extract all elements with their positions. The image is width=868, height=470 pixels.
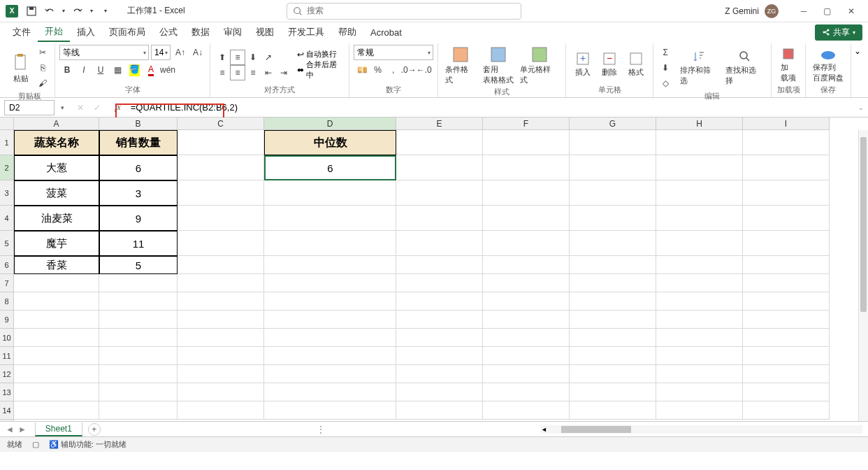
row-header-3[interactable]: 3 bbox=[0, 180, 13, 206]
col-header-C[interactable]: C bbox=[178, 118, 264, 129]
tab-layout[interactable]: 页面布局 bbox=[102, 22, 152, 42]
cell[interactable] bbox=[743, 231, 830, 256]
cell[interactable] bbox=[396, 155, 483, 180]
cancel-formula-icon[interactable]: ✕ bbox=[73, 100, 88, 115]
save-icon[interactable] bbox=[24, 3, 39, 19]
tab-file[interactable]: 文件 bbox=[6, 22, 38, 42]
cell-B2[interactable]: 6 bbox=[99, 155, 178, 180]
cell-B1[interactable]: 销售数量 bbox=[99, 130, 178, 155]
format-cells-button[interactable]: 格式 bbox=[623, 50, 649, 79]
cell[interactable] bbox=[656, 329, 743, 347]
cell[interactable] bbox=[483, 256, 570, 274]
maximize-icon[interactable]: ▢ bbox=[816, 3, 839, 20]
cell[interactable] bbox=[483, 401, 570, 420]
cell[interactable] bbox=[178, 311, 264, 329]
fill-icon[interactable]: ⬇ bbox=[658, 60, 673, 76]
cell[interactable] bbox=[570, 206, 656, 231]
sheet-tab[interactable]: Sheet1 bbox=[35, 422, 82, 436]
cell-B3[interactable]: 3 bbox=[99, 180, 178, 206]
shrink-font-icon[interactable]: A↓ bbox=[190, 45, 205, 60]
cell[interactable] bbox=[483, 231, 570, 256]
inc-decimal-icon[interactable]: .0→ bbox=[401, 62, 417, 78]
cell[interactable] bbox=[178, 274, 264, 292]
cell[interactable] bbox=[264, 311, 396, 329]
cell[interactable] bbox=[656, 274, 743, 292]
cell[interactable] bbox=[396, 383, 483, 401]
cell[interactable] bbox=[178, 383, 264, 401]
select-all-corner[interactable] bbox=[0, 118, 14, 130]
autosum-icon[interactable]: Σ bbox=[658, 45, 673, 60]
cond-format-button[interactable]: 条件格式 bbox=[442, 45, 479, 87]
cell[interactable] bbox=[178, 365, 264, 383]
col-header-E[interactable]: E bbox=[396, 118, 483, 129]
row-header-6[interactable]: 6 bbox=[0, 256, 13, 274]
cell-D2[interactable]: 6 bbox=[264, 155, 396, 180]
cell[interactable] bbox=[570, 231, 656, 256]
row-header-12[interactable]: 12 bbox=[0, 365, 13, 383]
tab-formulas[interactable]: 公式 bbox=[152, 22, 185, 42]
fill-color-icon[interactable]: 🪣 bbox=[126, 62, 142, 78]
format-painter-icon[interactable]: 🖌 bbox=[35, 76, 50, 91]
cell[interactable] bbox=[99, 365, 178, 383]
cell[interactable] bbox=[396, 274, 483, 292]
cell[interactable] bbox=[14, 365, 99, 383]
cell[interactable] bbox=[396, 231, 483, 256]
cell[interactable] bbox=[570, 180, 656, 206]
row-header-10[interactable]: 10 bbox=[0, 329, 13, 347]
font-color-icon[interactable]: A bbox=[143, 62, 159, 78]
redo-dropdown-icon[interactable]: ▾ bbox=[88, 3, 95, 19]
cell-B4[interactable]: 9 bbox=[99, 206, 178, 231]
cell[interactable] bbox=[656, 292, 743, 311]
number-format-combo[interactable]: 常规 bbox=[354, 45, 433, 60]
minimize-icon[interactable]: ─ bbox=[793, 3, 815, 20]
collapse-ribbon-icon[interactable]: ⌄ bbox=[851, 43, 864, 97]
cell-D1[interactable]: 中位数 bbox=[264, 130, 396, 155]
cell[interactable] bbox=[14, 311, 99, 329]
bold-icon[interactable]: B bbox=[59, 62, 75, 78]
vertical-scrollbar[interactable] bbox=[858, 130, 868, 421]
cell[interactable] bbox=[570, 329, 656, 347]
cell[interactable] bbox=[396, 206, 483, 231]
enter-formula-icon[interactable]: ✓ bbox=[89, 100, 105, 115]
row-header-1[interactable]: 1 bbox=[0, 130, 13, 155]
undo-dropdown-icon[interactable]: ▾ bbox=[60, 3, 67, 19]
cell[interactable] bbox=[396, 292, 483, 311]
cell[interactable] bbox=[178, 231, 264, 256]
cell[interactable] bbox=[570, 383, 656, 401]
cell[interactable] bbox=[743, 155, 830, 180]
cell[interactable] bbox=[14, 292, 99, 311]
cell-A3[interactable]: 菠菜 bbox=[14, 180, 99, 206]
cell[interactable] bbox=[99, 311, 178, 329]
cell[interactable] bbox=[264, 347, 396, 365]
col-header-B[interactable]: B bbox=[99, 118, 178, 129]
align-top-icon[interactable]: ⬆ bbox=[215, 50, 230, 65]
cell[interactable] bbox=[99, 383, 178, 401]
row-header-7[interactable]: 7 bbox=[0, 274, 13, 292]
cell[interactable] bbox=[483, 365, 570, 383]
cell[interactable] bbox=[178, 130, 264, 155]
cell[interactable] bbox=[264, 231, 396, 256]
cell[interactable] bbox=[264, 383, 396, 401]
cell[interactable] bbox=[264, 274, 396, 292]
cell[interactable] bbox=[264, 180, 396, 206]
cell[interactable] bbox=[656, 311, 743, 329]
cell[interactable] bbox=[483, 180, 570, 206]
align-bottom-icon[interactable]: ⬇ bbox=[245, 50, 261, 65]
cell[interactable] bbox=[14, 401, 99, 420]
cell[interactable] bbox=[396, 256, 483, 274]
cell[interactable] bbox=[570, 347, 656, 365]
cell[interactable] bbox=[396, 365, 483, 383]
row-header-9[interactable]: 9 bbox=[0, 311, 13, 329]
cell[interactable] bbox=[99, 347, 178, 365]
cell[interactable] bbox=[14, 347, 99, 365]
cell[interactable] bbox=[743, 180, 830, 206]
underline-icon[interactable]: U bbox=[93, 62, 108, 78]
tab-view[interactable]: 视图 bbox=[249, 22, 281, 42]
accessibility-status[interactable]: ♿ 辅助功能: 一切就绪 bbox=[49, 439, 126, 450]
copy-icon[interactable]: ⎘ bbox=[35, 60, 50, 76]
cell[interactable] bbox=[743, 311, 830, 329]
cell[interactable] bbox=[396, 347, 483, 365]
cell[interactable] bbox=[178, 401, 264, 420]
comma-icon[interactable]: , bbox=[386, 62, 401, 78]
paste-button[interactable]: 粘贴 bbox=[8, 51, 34, 85]
